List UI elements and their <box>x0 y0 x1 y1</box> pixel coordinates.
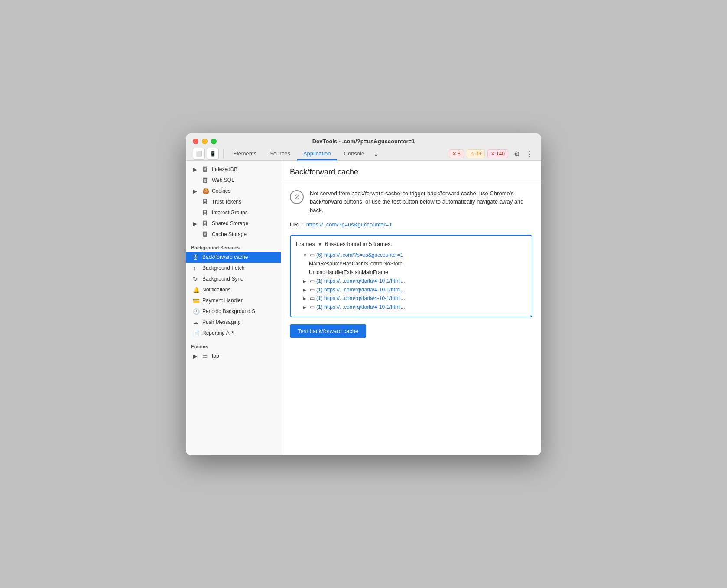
frame-window-icon: ▭ <box>310 252 315 258</box>
error-badge[interactable]: ✕ 8 <box>449 149 464 158</box>
sidebar-item-label: Interest Groups <box>212 210 248 216</box>
iframe-icon: ▭ <box>310 278 315 284</box>
expand-icon: ▶ <box>193 166 200 173</box>
sidebar-item-label: Notifications <box>202 287 230 293</box>
sidebar: ▶ 🗄 IndexedDB 🗄 Web SQL ▶ 🍪 Cookies 🗄 Tr… <box>186 161 281 455</box>
issue-2-text: UnloadHandlerExistsInMainFrame <box>296 269 388 275</box>
database-icon: 🗄 <box>202 231 209 238</box>
frame-tree: ▼ ▭ (6) https:// .com/?p=us&guccounter=1… <box>296 251 526 311</box>
tab-elements[interactable]: Elements <box>227 148 263 160</box>
sub-frame-row-2[interactable]: ▶ ▭ (1) https://. .com/rq/darla/4-10-1/h… <box>296 294 526 303</box>
close-button[interactable] <box>193 139 198 144</box>
tab-application[interactable]: Application <box>297 148 337 160</box>
frames-box: Frames ▼ 6 issues found in 5 frames. ▼ ▭… <box>290 235 532 317</box>
issue-row-1: MainResourceHasCacheControlNoStore <box>296 259 526 268</box>
sidebar-item-label: Cookies <box>212 188 230 194</box>
more-tabs-button[interactable]: » <box>371 149 381 160</box>
sidebar-item-cookies[interactable]: ▶ 🍪 Cookies <box>186 186 281 197</box>
sidebar-item-web-sql[interactable]: 🗄 Web SQL <box>186 175 281 186</box>
sidebar-item-bfcache[interactable]: 🗄 Back/forward cache <box>186 252 281 263</box>
more-options-button[interactable]: ⋮ <box>526 148 534 160</box>
sidebar-item-payment-handler[interactable]: 💳 Payment Handler <box>186 295 281 306</box>
info-text: Not served from back/forward cache: to t… <box>310 189 532 215</box>
tab-sources[interactable]: Sources <box>263 148 296 160</box>
sidebar-item-bg-fetch[interactable]: ↕ Background Fetch <box>186 263 281 274</box>
sidebar-item-label: Back/forward cache <box>202 254 248 260</box>
minimize-button[interactable] <box>202 139 208 144</box>
sidebar-item-label: Payment Handler <box>202 297 243 304</box>
sub-frame-row-3[interactable]: ▶ ▭ (1) https://. .com/rq/darla/4-10-1/h… <box>296 303 526 311</box>
bg-services-title: Background Services <box>186 240 281 252</box>
payment-icon: 💳 <box>193 297 200 304</box>
titlebar-top: DevTools - .com/?p=us&guccounter=1 <box>193 139 534 144</box>
sidebar-item-label: Periodic Background S <box>202 308 255 314</box>
sidebar-item-label: Cache Storage <box>212 231 247 237</box>
main-frame-url: (6) https:// .com/?p=us&guccounter=1 <box>316 252 403 258</box>
test-bfcache-button[interactable]: Test back/forward cache <box>290 324 366 338</box>
sidebar-item-interest-groups[interactable]: 🗄 Interest Groups <box>186 207 281 218</box>
sidebar-item-label: Background Sync <box>202 276 243 282</box>
sidebar-item-indexed-db[interactable]: ▶ 🗄 IndexedDB <box>186 164 281 175</box>
sidebar-item-notifications[interactable]: 🔔 Notifications <box>186 284 281 295</box>
sub-frame-url-2: (1) https://. .com/rq/darla/4-10-1/html.… <box>316 295 405 301</box>
sidebar-item-label: Background Fetch <box>202 265 244 271</box>
tab-console[interactable]: Console <box>338 148 371 160</box>
sidebar-item-label: IndexedDB <box>212 166 237 172</box>
main-frame-row[interactable]: ▼ ▭ (6) https:// .com/?p=us&guccounter=1 <box>296 251 526 259</box>
toolbar: ⬜ 📱 Elements Sources Application Console… <box>193 148 534 160</box>
sidebar-item-label: Reporting API <box>202 330 234 336</box>
cloud-icon: ☁ <box>193 319 200 326</box>
sub-frame-url-3: (1) https://. .com/rq/darla/4-10-1/html.… <box>316 304 405 310</box>
expand-icon: ▶ <box>303 305 308 310</box>
frames-summary: 6 issues found in 5 frames. <box>325 241 392 247</box>
warning-count: 39 <box>476 151 481 157</box>
sidebar-item-periodic-bg[interactable]: 🕐 Periodic Background S <box>186 306 281 317</box>
devtools-window: DevTools - .com/?p=us&guccounter=1 ⬜ 📱 E… <box>186 133 541 455</box>
expand-icon: ▶ <box>193 353 200 359</box>
traffic-lights <box>193 139 217 144</box>
info-box: ⊘ Not served from back/forward cache: to… <box>290 189 532 215</box>
sidebar-item-top-frame[interactable]: ▶ ▭ top <box>186 351 281 362</box>
sidebar-item-label: Web SQL <box>212 177 234 183</box>
window-title: DevTools - .com/?p=us&guccounter=1 <box>312 138 415 145</box>
sub-frame-url-0: (1) https://. .com/rq/darla/4-10-1/html.… <box>316 278 405 284</box>
toolbar-divider <box>223 149 224 158</box>
panel-header: Back/forward cache <box>281 161 541 182</box>
warning-badge[interactable]: ⚠ 39 <box>467 149 485 158</box>
issue-1-text: MainResourceHasCacheControlNoStore <box>296 261 402 267</box>
iframe-icon: ▭ <box>310 304 315 310</box>
sidebar-item-cache-storage[interactable]: 🗄 Cache Storage <box>186 229 281 240</box>
cookie-icon: 🍪 <box>202 188 209 194</box>
cursor-icon-btn[interactable]: ⬜ <box>193 148 205 160</box>
sidebar-item-reporting-api[interactable]: 📄 Reporting API <box>186 328 281 339</box>
other-count: 140 <box>496 151 505 157</box>
frames-toggle[interactable]: ▼ <box>318 242 322 247</box>
sidebar-item-trust-tokens[interactable]: 🗄 Trust Tokens <box>186 197 281 207</box>
sidebar-item-label: Push Messaging <box>202 319 241 325</box>
toolbar-left: ⬜ 📱 <box>193 148 226 160</box>
doc-icon: 📄 <box>193 330 200 336</box>
database-icon: 🗄 <box>202 166 209 173</box>
database-icon: 🗄 <box>202 177 209 184</box>
sidebar-item-shared-storage[interactable]: ▶ 🗄 Shared Storage <box>186 218 281 229</box>
device-icon-btn[interactable]: 📱 <box>207 148 219 160</box>
sidebar-item-label: top <box>212 353 219 359</box>
sub-frame-row-0[interactable]: ▶ ▭ (1) https://. .com/rq/darla/4-10-1/h… <box>296 277 526 285</box>
sub-frame-row-1[interactable]: ▶ ▭ (1) https://. .com/rq/darla/4-10-1/h… <box>296 285 526 294</box>
issue-row-2: UnloadHandlerExistsInMainFrame <box>296 268 526 277</box>
sidebar-item-push-messaging[interactable]: ☁ Push Messaging <box>186 317 281 328</box>
sidebar-item-bg-sync[interactable]: ↻ Background Sync <box>186 274 281 284</box>
expand-icon: ▶ <box>193 220 200 227</box>
settings-button[interactable]: ⚙ <box>511 148 523 160</box>
notification-icon: 🔔 <box>193 287 200 293</box>
frames-title: Frames <box>186 339 281 351</box>
main-content: ▶ 🗄 IndexedDB 🗄 Web SQL ▶ 🍪 Cookies 🗄 Tr… <box>186 161 541 455</box>
expand-icon: ▶ <box>303 296 308 301</box>
maximize-button[interactable] <box>211 139 217 144</box>
sub-frame-url-1: (1) https://. .com/rq/darla/4-10-1/html.… <box>316 287 405 293</box>
other-badge[interactable]: ✕ 140 <box>487 149 508 158</box>
frames-header: Frames ▼ 6 issues found in 5 frames. <box>296 241 526 247</box>
titlebar: DevTools - .com/?p=us&guccounter=1 ⬜ 📱 E… <box>186 133 541 161</box>
frames-label: Frames <box>296 241 315 247</box>
frame-expand-icon: ▼ <box>303 253 308 258</box>
